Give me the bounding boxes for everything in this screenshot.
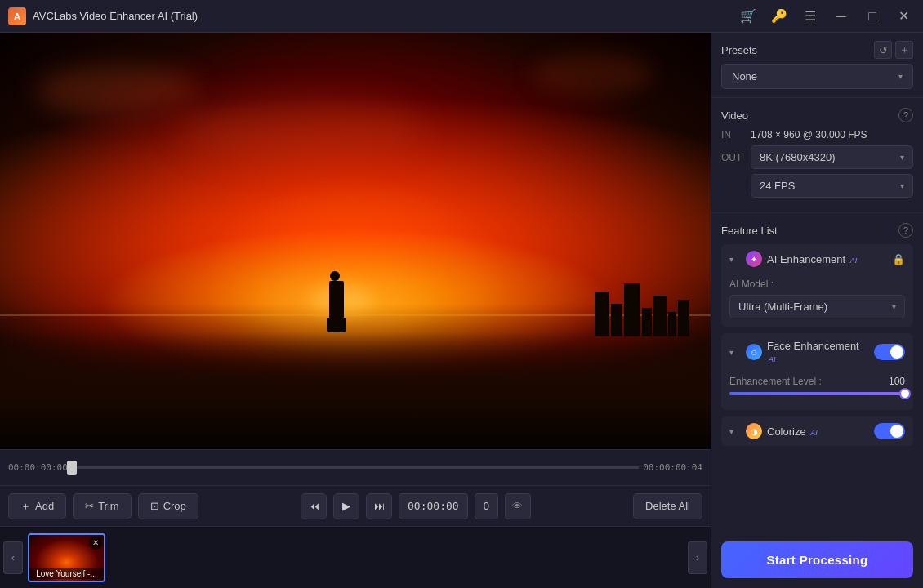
strip-prev-button[interactable]: ‹ <box>3 541 23 574</box>
delete-all-button[interactable]: Delete All <box>633 493 702 519</box>
timeline-start-time: 00:00:00:00 <box>8 462 68 473</box>
colorize-icon: ◑ <box>746 423 762 439</box>
video-info-button[interactable]: ? <box>898 108 913 122</box>
crop-icon: ⊡ <box>150 500 159 512</box>
current-time-display: 00:00:00 <box>399 493 468 519</box>
menu-icon[interactable]: ☰ <box>799 5 822 28</box>
video-out-row: OUT 8K (7680x4320) ▾ 24 FPS ▾ <box>721 145 913 198</box>
colorize-toggle[interactable] <box>874 423 905 439</box>
thumbnail-label: Love Yourself -... <box>29 568 104 579</box>
ai-model-label: AI Model : <box>729 278 905 290</box>
close-button[interactable]: ✕ <box>892 5 915 28</box>
colorize-feature: ▾ ◑ Colorize AI <box>721 416 913 446</box>
crop-button[interactable]: ⊡ Crop <box>138 493 198 519</box>
enhancement-level-row: Enhancement Level : 100 <box>729 376 905 387</box>
ai-enhancement-body: AI Model : Ultra (Multi-Frame) ▾ <box>721 274 913 327</box>
enhancement-slider-track[interactable] <box>729 392 905 395</box>
video-in-value: 1708 × 960 @ 30.000 FPS <box>751 129 867 140</box>
enhancement-slider-thumb[interactable] <box>899 388 911 399</box>
add-icon: ＋ <box>20 499 31 514</box>
video-canvas <box>0 33 711 449</box>
strip-next-button[interactable]: › <box>688 541 707 574</box>
face-enhancement-feature: ▾ ☺ Face Enhancement AI Enhancement Leve… <box>721 333 913 410</box>
face-enhancement-header[interactable]: ▾ ☺ Face Enhancement AI <box>721 333 913 371</box>
colorize-header[interactable]: ▾ ◑ Colorize AI <box>721 416 913 446</box>
ai-badge-colorize: AI <box>810 429 818 437</box>
timeline-thumb[interactable] <box>67 461 77 475</box>
presets-add-button[interactable]: ＋ <box>895 41 913 59</box>
presets-chevron-icon: ▾ <box>898 72 903 81</box>
enhancement-slider-fill <box>729 392 905 395</box>
timeline-track[interactable] <box>72 466 639 469</box>
ai-badge-enhancement: AI <box>850 256 858 265</box>
enhancement-level-label: Enhancement Level : <box>729 376 822 387</box>
divider-2 <box>711 212 923 213</box>
timeline-bar: 00:00:00:00 00:00:00:04 <box>0 450 711 485</box>
face-enhancement-name: Face Enhancement AI <box>767 340 869 364</box>
video-out-label: OUT <box>721 145 751 163</box>
timeline[interactable]: 00:00:00:00 00:00:00:04 <box>0 449 711 486</box>
ai-enhancement-name: AI Enhancement AI <box>767 253 887 265</box>
presets-select[interactable]: None ▾ <box>721 64 913 89</box>
controls-bar: ＋ Add ✂ Trim ⊡ Crop ⏮ ▶ ⏭ 00:00:00 0 👁 D… <box>0 486 711 527</box>
colorize-chevron-icon: ▾ <box>729 427 741 436</box>
ai-enhancement-feature: ▾ ✦ AI Enhancement AI 🔒 AI Model : Ultra… <box>721 244 913 327</box>
face-enhancement-chevron-icon: ▾ <box>729 348 741 357</box>
title-actions: 🛒 🔑 ☰ ─ □ ✕ <box>737 5 915 28</box>
fps-chevron-icon: ▾ <box>900 181 904 190</box>
presets-header: Presets ↺ ＋ <box>711 33 923 64</box>
face-enhancement-body: Enhancement Level : 100 <box>721 371 913 410</box>
colorize-name: Colorize AI <box>767 425 869 438</box>
ai-badge-face: AI <box>769 355 776 363</box>
app-title: AVCLabs Video Enhancer AI (Trial) <box>33 10 737 22</box>
cart-icon[interactable]: 🛒 <box>737 5 760 28</box>
thumbnail-close-button[interactable]: ✕ <box>89 537 102 550</box>
feature-section: Feature List ? ▾ ✦ AI Enhancement AI 🔒 <box>711 216 923 459</box>
presets-refresh-button[interactable]: ↺ <box>874 41 892 59</box>
presets-title: Presets <box>721 44 757 56</box>
skip-forward-button[interactable]: ⏭ <box>366 493 392 519</box>
left-panel: 00:00:00:00 00:00:00:04 ＋ Add ✂ Trim ⊡ C… <box>0 33 711 588</box>
ai-enhancement-chevron-icon: ▾ <box>729 255 741 264</box>
app-logo: A <box>8 7 26 25</box>
thumbnail-item[interactable]: ✕ Love Yourself -... <box>28 533 105 582</box>
ai-enhancement-icon: ✦ <box>746 251 762 267</box>
play-button[interactable]: ▶ <box>333 493 359 519</box>
start-processing-button[interactable]: Start Processing <box>721 541 913 578</box>
timeline-end-time: 00:00:00:04 <box>643 462 702 473</box>
video-in-label: IN <box>721 129 751 140</box>
frame-display: 0 <box>475 493 498 519</box>
feature-list-title: Feature List <box>721 225 778 237</box>
video-section-header: Video ? <box>721 108 913 122</box>
ai-model-select[interactable]: Ultra (Multi-Frame) ▾ <box>729 295 905 318</box>
trim-button[interactable]: ✂ Trim <box>73 493 132 519</box>
minimize-button[interactable]: ─ <box>830 5 853 28</box>
preview-eye-button[interactable]: 👁 <box>505 493 531 519</box>
right-scroll-area: Presets ↺ ＋ None ▾ Video ? <box>711 33 923 533</box>
lock-icon: 🔒 <box>892 253 905 265</box>
video-fps-select[interactable]: 24 FPS ▾ <box>751 174 913 198</box>
video-preview <box>0 33 711 449</box>
video-section: Video ? IN 1708 × 960 @ 30.000 FPS OUT 8… <box>711 101 923 209</box>
video-resolution-select[interactable]: 8K (7680x4320) ▾ <box>751 145 913 169</box>
ai-enhancement-header[interactable]: ▾ ✦ AI Enhancement AI 🔒 <box>721 244 913 274</box>
key-icon[interactable]: 🔑 <box>768 5 791 28</box>
resolution-chevron-icon: ▾ <box>900 153 904 162</box>
ai-model-chevron-icon: ▾ <box>892 302 896 311</box>
divider-1 <box>711 97 923 98</box>
maximize-button[interactable]: □ <box>861 5 884 28</box>
right-panel: Presets ↺ ＋ None ▾ Video ? <box>711 33 923 588</box>
titlebar: A AVCLabs Video Enhancer AI (Trial) 🛒 🔑 … <box>0 0 923 33</box>
feature-info-button[interactable]: ? <box>898 223 913 238</box>
face-enhancement-toggle[interactable] <box>874 344 905 360</box>
add-button[interactable]: ＋ Add <box>8 493 66 519</box>
thumbnail-strip: ‹ ✕ Love Yourself -... › <box>0 527 711 588</box>
feature-header: Feature List ? <box>721 223 913 238</box>
skip-back-button[interactable]: ⏮ <box>301 493 327 519</box>
main-layout: 00:00:00:00 00:00:00:04 ＋ Add ✂ Trim ⊡ C… <box>0 33 923 588</box>
video-title: Video <box>721 109 748 122</box>
trim-icon: ✂ <box>85 500 94 512</box>
presets-select-wrapper: None ▾ <box>721 64 913 89</box>
video-in-row: IN 1708 × 960 @ 30.000 FPS <box>721 129 913 140</box>
face-enhancement-icon: ☺ <box>746 344 762 360</box>
